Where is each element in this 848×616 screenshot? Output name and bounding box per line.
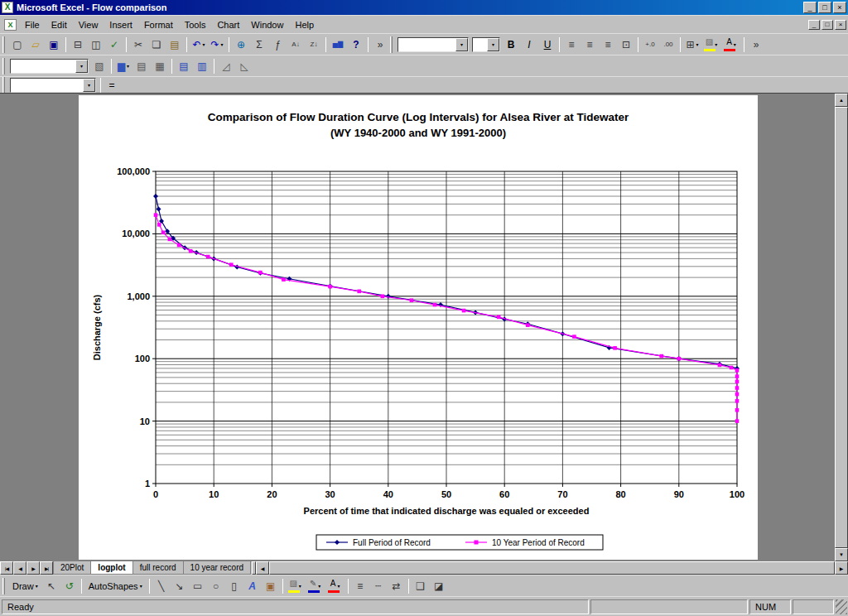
horizontal-scrollbar-thumb[interactable] — [269, 561, 835, 575]
chart-objects-dropdown-button[interactable]: ▾ — [75, 60, 88, 73]
scroll-left-button[interactable]: ◀ — [13, 561, 26, 575]
legend-toggle-button[interactable]: ▤ — [132, 58, 151, 75]
decrease-decimal-button[interactable]: .00 — [659, 36, 677, 53]
angle-text-downward-button[interactable]: ◿ — [217, 58, 235, 75]
more-buttons-formatting-button[interactable]: » — [747, 36, 765, 53]
font-size-dropdown-button[interactable]: ▾ — [487, 38, 499, 51]
font-name-combo[interactable]: ▾ — [398, 37, 469, 52]
minimize-button[interactable]: _ — [803, 2, 817, 13]
data-table-button[interactable]: ▦ — [151, 58, 169, 75]
undo-button[interactable]: ↶▾ — [190, 36, 208, 53]
flow-duration-chart[interactable]: 01020304050607080901001101001,00010,0001… — [79, 95, 758, 560]
align-right-button[interactable]: ≡ — [599, 36, 617, 53]
font-color-button[interactable]: A▾ — [721, 36, 741, 53]
font-size-combo[interactable]: ▾ — [472, 37, 500, 52]
workbook-restore-button[interactable]: □ — [822, 20, 833, 30]
scroll-right-button[interactable]: ▶ — [835, 561, 848, 575]
print-preview-button[interactable]: ◫ — [87, 36, 105, 53]
borders-button[interactable]: ⊞▾ — [683, 36, 701, 53]
legend[interactable]: Full Period of Record10 Year Period of R… — [316, 535, 603, 550]
vertical-scrollbar-thumb[interactable] — [835, 107, 848, 548]
workbook-minimize-button[interactable]: _ — [808, 20, 820, 30]
scroll-down-button[interactable]: ▼ — [835, 548, 848, 561]
chart-objects-combo[interactable]: ▾ — [10, 59, 89, 74]
menu-insert[interactable]: Insert — [104, 17, 138, 32]
restore-button[interactable]: □ — [818, 2, 831, 13]
name-box-dropdown-button[interactable]: ▾ — [83, 79, 95, 92]
by-row-button[interactable]: ▤ — [175, 58, 193, 75]
help-button[interactable]: ? — [347, 36, 365, 53]
line-style-button[interactable]: ≡ — [351, 578, 369, 594]
scroll-left-button[interactable]: ◀ — [256, 561, 269, 575]
name-box[interactable]: ▾ — [10, 78, 96, 93]
scroll-first-button[interactable]: |◀ — [0, 561, 13, 575]
wordart-button[interactable]: A — [243, 578, 262, 594]
format-selected-object-button[interactable]: ▧ — [90, 58, 108, 75]
autoshapes-menu-button[interactable]: AutoShapes▾ — [84, 578, 147, 594]
merge-and-center-button[interactable]: ⊡ — [617, 36, 635, 53]
edit-formula-button[interactable]: = — [104, 79, 120, 91]
workbook-icon[interactable]: X — [4, 19, 17, 31]
chart-subtitle[interactable]: (WY 1940-2000 and WY 1991-2000) — [330, 127, 506, 139]
menu-chart[interactable]: Chart — [211, 17, 245, 32]
chart-container[interactable]: 01020304050607080901001101001,00010,0001… — [79, 95, 758, 560]
y-axis-title[interactable]: Discharge (cfs) — [92, 294, 102, 360]
angle-text-upward-button[interactable]: ◺ — [235, 58, 253, 75]
sheet-tab-full-record[interactable]: full record — [132, 561, 184, 575]
3d-button[interactable]: ◪ — [430, 578, 448, 594]
vertical-scrollbar-track[interactable] — [835, 107, 848, 548]
menu-file[interactable]: File — [19, 17, 46, 32]
menu-tools[interactable]: Tools — [179, 17, 212, 32]
plot-area[interactable] — [156, 171, 737, 484]
more-buttons-button[interactable]: » — [371, 36, 389, 53]
excel-app-icon[interactable]: X — [2, 2, 13, 13]
arrow-button[interactable]: ↘ — [171, 578, 189, 594]
autosum-button[interactable]: Σ — [250, 36, 268, 53]
fill-color-button[interactable]: ▨▾ — [286, 578, 306, 594]
font-name-dropdown-button[interactable]: ▾ — [455, 38, 468, 51]
menu-view[interactable]: View — [73, 17, 104, 32]
chart-wizard-button[interactable]: ▅▇ — [329, 36, 347, 53]
increase-decimal-button[interactable]: +.0 — [641, 36, 659, 53]
redo-button[interactable]: ↷▾ — [208, 36, 226, 53]
arrow-style-button[interactable]: ⇄ — [388, 578, 406, 594]
scroll-up-button[interactable]: ▲ — [835, 94, 848, 107]
align-left-button[interactable]: ≡ — [562, 36, 581, 53]
menu-edit[interactable]: Edit — [46, 17, 73, 32]
dash-style-button[interactable]: ┄ — [369, 578, 388, 594]
chart-type-button[interactable]: ▆▾ — [114, 58, 132, 75]
menu-format[interactable]: Format — [138, 17, 179, 32]
resize-grip[interactable] — [836, 599, 847, 614]
workbook-close-button[interactable]: × — [835, 20, 846, 30]
insert-hyperlink-button[interactable]: ⊕ — [232, 36, 250, 53]
print-button[interactable]: ⊟ — [69, 36, 87, 53]
save-button[interactable]: ▣ — [45, 36, 63, 53]
chart-title[interactable]: Comparison of Flow Duration Curve (Log I… — [208, 111, 629, 123]
sort-descending-button[interactable]: Z↓ — [305, 36, 323, 53]
close-button[interactable]: × — [833, 2, 846, 13]
text-box-button[interactable]: ▯ — [225, 578, 243, 594]
open-button[interactable]: ▱ — [26, 36, 45, 53]
center-button[interactable]: ≡ — [581, 36, 599, 53]
sheet-tab-20plot[interactable]: 20Plot — [53, 561, 91, 575]
menu-help[interactable]: Help — [289, 17, 320, 32]
bold-button[interactable]: B — [502, 36, 520, 53]
draw-menu-button[interactable]: Draw▾ — [8, 578, 42, 594]
free-rotate-button[interactable]: ↺ — [60, 578, 79, 594]
horizontal-scrollbar-track[interactable] — [269, 561, 835, 575]
scroll-right-button[interactable]: ▶ — [26, 561, 40, 575]
fill-color-button[interactable]: ▨▾ — [701, 36, 721, 53]
scroll-last-button[interactable]: ▶| — [40, 561, 53, 575]
rectangle-button[interactable]: ▭ — [189, 578, 207, 594]
spelling-button[interactable]: ✓ — [105, 36, 123, 53]
sheet-tab-logplot[interactable]: logplot — [90, 561, 132, 575]
font-color-button[interactable]: A▾ — [325, 578, 345, 594]
chart-sheet[interactable]: 01020304050607080901001101001,00010,0001… — [79, 95, 758, 560]
sheet-tab-10-year-record[interactable]: 10 year record — [183, 561, 251, 575]
insert-clipart-button[interactable]: ▣ — [262, 578, 280, 594]
oval-button[interactable]: ○ — [207, 578, 225, 594]
paste-function-button[interactable]: ƒ — [268, 36, 287, 53]
line-color-button[interactable]: ✎▾ — [306, 578, 325, 594]
vertical-scrollbar[interactable]: ▲ ▼ — [835, 94, 848, 561]
shadow-button[interactable]: ❑ — [412, 578, 430, 594]
